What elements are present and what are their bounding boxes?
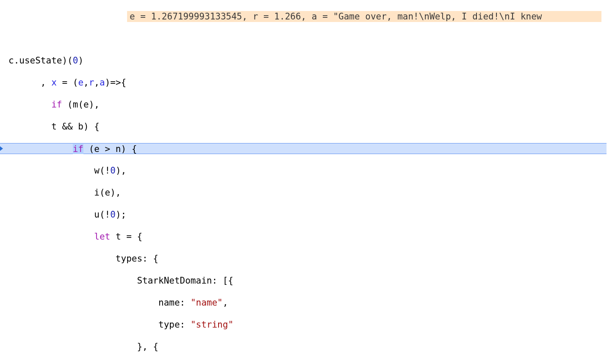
code-text: ); [116,210,126,220]
code-text: types: { [8,254,158,264]
param: r [89,77,94,88]
keyword-selected: if [73,144,83,154]
current-execution-line[interactable]: if (e > n) { [0,143,607,154]
execution-pointer-icon [0,145,3,152]
code-line[interactable]: w(!0), [8,165,615,176]
string-literal: "name" [191,298,223,308]
code-text: t = { [110,232,142,242]
code-line[interactable]: let t = { [8,231,615,242]
code-text: , [83,77,89,88]
code-text [8,232,94,242]
code-line[interactable]: u(!0); [8,209,615,220]
keyword: if [51,99,62,110]
code-line[interactable]: }, { [8,341,615,352]
code-text: = ( [57,77,78,88]
code-line[interactable]: c.useState)(0) [8,55,615,66]
param: a [100,77,105,88]
number-literal: 0 [73,55,78,66]
code-text: , [8,77,51,88]
code-text [8,144,73,154]
code-text: (m(e), [62,99,100,110]
code-text: ), [116,165,126,176]
code-line[interactable]: type: "string" [8,319,615,330]
code-text: StarkNetDomain: [{ [8,276,233,286]
debugger-inline-values: e = 1.267199993133545, r = 1.266, a = "G… [127,11,601,22]
code-line[interactable]: , x = (e,r,a)=>{ [8,77,615,88]
code-editor[interactable]: c.useState)(0) , x = (e,r,a)=>{ if (m(e)… [0,44,615,364]
code-line[interactable]: i(e), [8,187,615,198]
code-text: i(e), [8,188,121,198]
code-line[interactable]: t && b) { [8,121,615,132]
code-text: , [223,298,228,308]
code-text: type: [8,320,191,330]
code-text: , [94,77,100,88]
code-text: u(! [8,210,110,220]
code-text: c.useState)( [8,55,73,66]
code-text: ) [78,55,83,66]
keyword: let [94,232,110,242]
code-line[interactable]: if (m(e), [8,99,615,110]
variable: x [51,77,57,88]
code-text: t && b) { [8,121,100,132]
code-text: }, { [8,342,158,352]
string-literal: "string" [191,320,233,330]
code-text: w(! [8,165,110,176]
code-text [8,99,51,110]
param: e [78,77,83,88]
code-text: )=>{ [105,77,127,88]
code-line[interactable]: StarkNetDomain: [{ [8,275,615,286]
code-line[interactable]: types: { [8,253,615,264]
number-literal: 0 [110,210,116,220]
number-literal: 0 [110,165,116,176]
code-text: name: [8,298,191,308]
code-line[interactable]: name: "name", [8,297,615,308]
code-text: (e > n) { [83,144,137,154]
